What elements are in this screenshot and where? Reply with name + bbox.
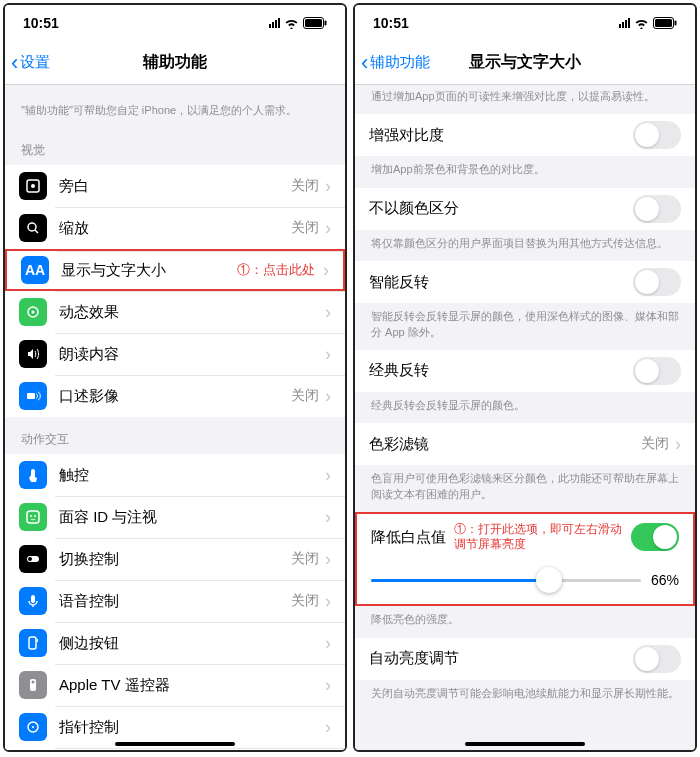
svg-rect-15 bbox=[31, 595, 35, 603]
label: 口述影像 bbox=[59, 387, 291, 406]
row-keyboard[interactable]: 键盘 › bbox=[5, 748, 345, 750]
value: 关闭 bbox=[291, 219, 319, 237]
row-appletv[interactable]: Apple TV 遥控器 › bbox=[5, 664, 345, 706]
chevron-left-icon: ‹ bbox=[11, 52, 18, 74]
chevron-right-icon: › bbox=[325, 302, 331, 323]
row-side[interactable]: 侧边按钮 › bbox=[5, 622, 345, 664]
svg-line-6 bbox=[35, 230, 38, 233]
label: 朗读内容 bbox=[59, 345, 325, 364]
group-smartinvert: 智能反转 bbox=[355, 261, 695, 303]
back-button[interactable]: ‹ 设置 bbox=[11, 52, 50, 74]
nav-bar: ‹ 设置 辅助功能 bbox=[5, 41, 345, 85]
chevron-right-icon: › bbox=[325, 386, 331, 407]
label: 指针控制 bbox=[59, 718, 325, 737]
group-classicinvert: 经典反转 bbox=[355, 350, 695, 392]
note: 色盲用户可使用色彩滤镜来区分颜色，此功能还可帮助在屏幕上阅读文本有困难的用户。 bbox=[355, 465, 695, 512]
section-vision: 视觉 bbox=[5, 128, 345, 165]
label: 色彩滤镜 bbox=[369, 435, 641, 454]
row-nocolor[interactable]: 不以颜色区分 bbox=[355, 188, 695, 230]
whitepoint-percent: 66% bbox=[651, 572, 679, 588]
label: 触控 bbox=[59, 466, 325, 485]
svg-point-11 bbox=[30, 515, 32, 517]
chevron-left-icon: ‹ bbox=[361, 52, 368, 74]
chevron-right-icon: › bbox=[325, 465, 331, 486]
label: 显示与文字大小 bbox=[61, 261, 237, 280]
label: 面容 ID 与注视 bbox=[59, 508, 325, 527]
back-label: 辅助功能 bbox=[370, 53, 430, 72]
row-switch[interactable]: 切换控制 关闭 › bbox=[5, 538, 345, 580]
chevron-right-icon: › bbox=[325, 549, 331, 570]
svg-rect-24 bbox=[655, 19, 672, 27]
row-contrast[interactable]: 增强对比度 bbox=[355, 114, 695, 156]
group-autobright: 自动亮度调节 bbox=[355, 638, 695, 680]
whitepoint-slider[interactable] bbox=[371, 566, 641, 594]
toggle-contrast[interactable] bbox=[633, 121, 681, 149]
value: 关闭 bbox=[641, 435, 669, 453]
switch-icon bbox=[19, 545, 47, 573]
back-label: 设置 bbox=[20, 53, 50, 72]
label: 语音控制 bbox=[59, 592, 291, 611]
group-contrast: 增强对比度 bbox=[355, 114, 695, 156]
chevron-right-icon: › bbox=[325, 717, 331, 738]
row-colorfilter[interactable]: 色彩滤镜 关闭 › bbox=[355, 423, 695, 465]
status-icons bbox=[269, 17, 327, 29]
row-classicinvert[interactable]: 经典反转 bbox=[355, 350, 695, 392]
content: 通过增加App页面的可读性来增强对比度，以提高易读性。 增强对比度 增加App前… bbox=[355, 85, 695, 750]
spoken-icon bbox=[19, 340, 47, 368]
signal-icon bbox=[269, 18, 280, 28]
row-motion[interactable]: 动态效果 › bbox=[5, 291, 345, 333]
annotation: ①：点击此处 bbox=[237, 261, 315, 279]
home-indicator[interactable] bbox=[465, 742, 585, 746]
status-bar: 10:51 bbox=[5, 5, 345, 41]
label: 增强对比度 bbox=[369, 126, 633, 145]
nav-bar: ‹ 辅助功能 显示与文字大小 bbox=[355, 41, 695, 85]
svg-rect-9 bbox=[27, 393, 35, 399]
content: "辅助功能"可帮助您自定 iPhone，以满足您的个人需求。 视觉 旁白 关闭 … bbox=[5, 85, 345, 750]
row-touch[interactable]: 触控 › bbox=[5, 454, 345, 496]
row-display-text-size[interactable]: AA 显示与文字大小 ①：点击此处 › bbox=[5, 249, 345, 291]
phone-right: 10:51 ‹ 辅助功能 显示与文字大小 通过增加App页面的可读性来增强对比度… bbox=[353, 3, 697, 752]
toggle-autobright[interactable] bbox=[633, 645, 681, 673]
label: 智能反转 bbox=[369, 273, 633, 292]
top-note: 通过增加App页面的可读性来增强对比度，以提高易读性。 bbox=[355, 85, 695, 114]
appletv-icon bbox=[19, 671, 47, 699]
back-button[interactable]: ‹ 辅助功能 bbox=[361, 52, 430, 74]
svg-point-4 bbox=[31, 184, 35, 188]
home-indicator[interactable] bbox=[115, 742, 235, 746]
note: 增加App前景色和背景色的对比度。 bbox=[355, 156, 695, 187]
row-spoken[interactable]: 朗读内容 › bbox=[5, 333, 345, 375]
toggle-classicinvert[interactable] bbox=[633, 357, 681, 385]
svg-rect-17 bbox=[37, 639, 39, 642]
svg-point-5 bbox=[28, 223, 36, 231]
label: 旁白 bbox=[59, 177, 291, 196]
toggle-smartinvert[interactable] bbox=[633, 268, 681, 296]
phone-left: 10:51 ‹ 设置 辅助功能 "辅助功能"可帮助您自定 iPhone，以满足您… bbox=[3, 3, 347, 752]
label: 降低白点值 bbox=[371, 528, 446, 547]
chevron-right-icon: › bbox=[325, 344, 331, 365]
audiodesc-icon bbox=[19, 382, 47, 410]
chevron-right-icon: › bbox=[323, 260, 329, 281]
row-zoom[interactable]: 缩放 关闭 › bbox=[5, 207, 345, 249]
row-whitepoint[interactable]: 降低白点值 ①：打开此选项，即可左右滑动调节屏幕亮度 bbox=[357, 514, 693, 560]
svg-point-14 bbox=[28, 557, 32, 561]
chevron-right-icon: › bbox=[325, 675, 331, 696]
toggle-nocolor[interactable] bbox=[633, 195, 681, 223]
value: 关闭 bbox=[291, 177, 319, 195]
faceid-icon bbox=[19, 503, 47, 531]
touch-icon bbox=[19, 461, 47, 489]
row-autobright[interactable]: 自动亮度调节 bbox=[355, 638, 695, 680]
value: 关闭 bbox=[291, 592, 319, 610]
chevron-right-icon: › bbox=[325, 507, 331, 528]
row-voiceover[interactable]: 旁白 关闭 › bbox=[5, 165, 345, 207]
row-audiodesc[interactable]: 口述影像 关闭 › bbox=[5, 375, 345, 417]
voiceover-icon bbox=[19, 172, 47, 200]
row-smartinvert[interactable]: 智能反转 bbox=[355, 261, 695, 303]
row-faceid[interactable]: 面容 ID 与注视 › bbox=[5, 496, 345, 538]
group-motor: 触控 › 面容 ID 与注视 › 切换控制 关闭 › 语音控制 关 bbox=[5, 454, 345, 750]
toggle-whitepoint[interactable] bbox=[631, 523, 679, 551]
row-voice[interactable]: 语音控制 关闭 › bbox=[5, 580, 345, 622]
svg-rect-2 bbox=[325, 21, 327, 26]
label: 不以颜色区分 bbox=[369, 199, 633, 218]
note: 降低亮色的强度。 bbox=[355, 606, 695, 637]
label: 缩放 bbox=[59, 219, 291, 238]
